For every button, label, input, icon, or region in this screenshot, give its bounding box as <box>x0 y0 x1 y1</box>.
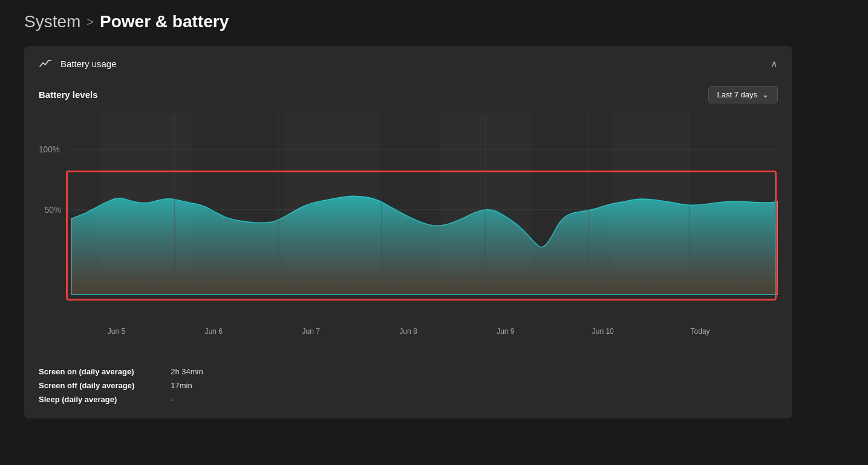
breadcrumb: System > Power & battery <box>24 12 792 31</box>
stat-label-0: Screen on (daily average) <box>39 367 134 376</box>
battery-usage-icon <box>39 57 52 70</box>
battery-levels-header: Battery levels Last 7 days ⌄ <box>39 86 778 103</box>
chevron-up-icon: ∧ <box>771 58 778 70</box>
chevron-down-icon: ⌄ <box>762 90 769 99</box>
battery-usage-card-header[interactable]: Battery usage ∧ <box>24 46 792 81</box>
x-label-jun6: Jun 6 <box>165 327 263 336</box>
stat-value-1: 17min <box>171 381 203 390</box>
x-label-jun7: Jun 7 <box>263 327 360 336</box>
x-label-jun9: Jun 9 <box>457 327 554 336</box>
battery-chart-svg: 100% 50% <box>39 113 778 319</box>
battery-chart-area: 100% 50% <box>39 113 778 319</box>
time-range-dropdown[interactable]: Last 7 days ⌄ <box>708 86 778 103</box>
card-body: Battery levels Last 7 days ⌄ <box>24 86 792 418</box>
card-header-left: Battery usage <box>39 57 117 70</box>
battery-usage-title: Battery usage <box>60 59 117 69</box>
x-label-jun8: Jun 8 <box>360 327 457 336</box>
svg-text:100%: 100% <box>39 145 60 154</box>
battery-stats: Screen on (daily average) 2h 34min Scree… <box>39 367 203 404</box>
stat-label-2: Sleep (daily average) <box>39 395 134 404</box>
x-label-today: Today <box>651 327 749 336</box>
breadcrumb-system: System <box>24 12 80 31</box>
dropdown-label: Last 7 days <box>717 90 758 99</box>
breadcrumb-separator: > <box>86 15 94 29</box>
breadcrumb-current: Power & battery <box>100 12 229 31</box>
battery-levels-title: Battery levels <box>39 89 98 100</box>
stat-value-2: - <box>171 395 203 404</box>
x-axis-labels: Jun 5 Jun 6 Jun 7 Jun 8 Jun 9 Jun 10 Tod… <box>39 324 778 336</box>
x-label-jun10: Jun 10 <box>554 327 651 336</box>
svg-text:50%: 50% <box>45 205 61 215</box>
battery-chart-wrapper: 100% 50% <box>39 113 778 355</box>
battery-usage-card: Battery usage ∧ Battery levels Last 7 da… <box>24 46 792 418</box>
stat-label-1: Screen off (daily average) <box>39 381 134 390</box>
x-label-jun5: Jun 5 <box>68 327 165 336</box>
stat-value-0: 2h 34min <box>171 367 203 376</box>
